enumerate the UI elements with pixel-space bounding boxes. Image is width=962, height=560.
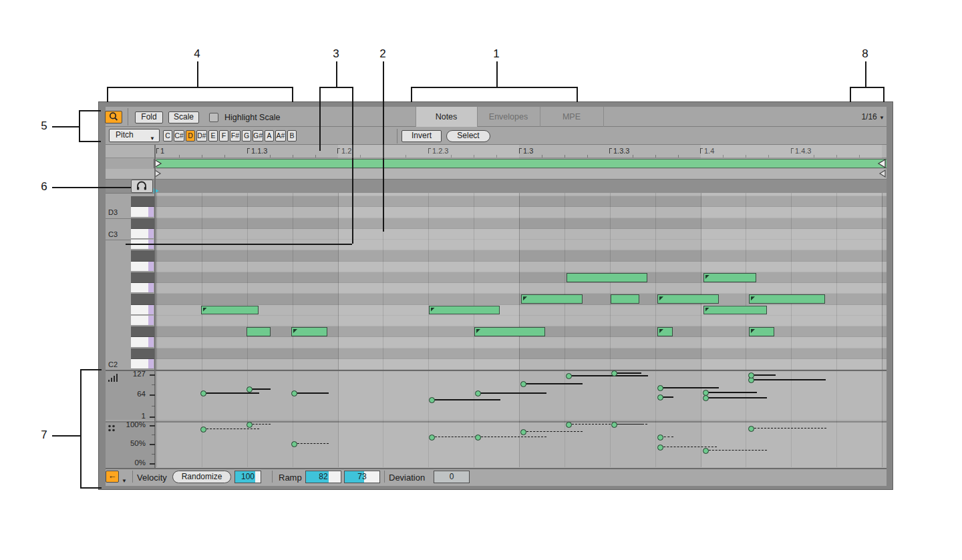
highlight-scale-checkbox[interactable] — [209, 113, 218, 122]
note-filter-d[interactable]: D — [186, 130, 195, 142]
velocity-stem[interactable] — [203, 392, 259, 394]
probability-stem[interactable] — [751, 428, 826, 429]
select-button[interactable]: Select — [446, 130, 490, 142]
midi-note[interactable] — [201, 306, 259, 315]
piano-key-D2[interactable] — [131, 337, 154, 347]
probability-marker[interactable] — [291, 441, 297, 447]
piano-key-Cs2[interactable] — [131, 348, 155, 359]
piano-key-D3[interactable] — [131, 207, 154, 217]
probability-marker[interactable] — [703, 448, 709, 454]
scale-button[interactable]: Scale — [168, 111, 199, 123]
invert-button[interactable]: Invert — [402, 130, 442, 142]
velocity-stem[interactable] — [294, 392, 329, 394]
probability-stem[interactable] — [203, 429, 259, 429]
midi-note[interactable] — [703, 273, 756, 282]
midi-note[interactable] — [749, 294, 825, 304]
randomize-button[interactable]: Randomize — [172, 471, 231, 483]
velocity-marker[interactable] — [657, 385, 663, 391]
ramp-end-field[interactable]: 73 — [344, 471, 380, 483]
note-filter-gs[interactable]: G# — [253, 130, 263, 142]
randomize-amount-field[interactable]: 100 — [234, 471, 261, 483]
tab-notes[interactable]: Notes — [416, 107, 477, 127]
piano-key-A2[interactable] — [131, 262, 154, 272]
probability-marker[interactable] — [566, 422, 572, 428]
midi-note[interactable] — [567, 273, 647, 282]
piano-key-Ds3[interactable] — [131, 196, 155, 207]
piano-key-Ds2[interactable] — [131, 326, 155, 337]
velocity-stem[interactable] — [751, 379, 826, 380]
midi-note[interactable] — [521, 294, 583, 304]
velocity-stem[interactable] — [569, 375, 648, 376]
velocity-stem[interactable] — [751, 374, 776, 376]
midi-note[interactable] — [657, 327, 673, 336]
note-filter-c[interactable]: C — [163, 130, 172, 142]
velocity-marker[interactable] — [247, 386, 253, 392]
note-filter-ds[interactable]: D# — [196, 130, 207, 142]
midi-note[interactable] — [749, 327, 774, 336]
probability-stem[interactable] — [614, 424, 643, 425]
scrub-end-marker[interactable] — [878, 170, 887, 178]
probability-marker[interactable] — [657, 435, 663, 441]
velocity-marker[interactable] — [200, 390, 206, 396]
scrub-area[interactable] — [106, 169, 887, 179]
velocity-stem[interactable] — [249, 388, 271, 390]
note-filter-as[interactable]: A# — [275, 130, 286, 142]
piano-key-E2[interactable] — [131, 316, 154, 326]
probability-marker[interactable] — [200, 427, 206, 433]
note-filter-g[interactable]: G — [242, 130, 251, 142]
velocity-marker[interactable] — [611, 370, 617, 376]
loop-end-marker[interactable] — [877, 159, 887, 168]
velocity-marker[interactable] — [429, 397, 435, 403]
piano-key-C3[interactable] — [131, 229, 154, 239]
deviation-field[interactable]: 0 — [434, 471, 470, 483]
piano-key-F2[interactable] — [131, 305, 154, 315]
piano-key-Fs2[interactable] — [131, 294, 155, 304]
velocity-stem[interactable] — [705, 397, 767, 398]
velocity-marker[interactable] — [657, 394, 663, 400]
velocity-marker[interactable] — [703, 395, 709, 401]
velocity-stem[interactable] — [432, 399, 500, 400]
velocity-marker[interactable] — [566, 373, 572, 379]
probability-marker[interactable] — [748, 426, 754, 432]
ramp-start-field[interactable]: 82 — [305, 471, 341, 483]
probability-stem[interactable] — [705, 450, 767, 451]
velocity-marker[interactable] — [475, 390, 481, 396]
note-filter-f[interactable]: F — [219, 130, 228, 142]
lane-fold-button[interactable]: ← — [106, 471, 119, 483]
velocity-stem[interactable] — [660, 387, 719, 388]
piano-key-Cs3[interactable] — [131, 218, 155, 229]
midi-note[interactable] — [429, 306, 500, 315]
midi-note[interactable] — [291, 327, 327, 336]
pitch-selector-dropdown[interactable]: Pitch ▼ — [109, 129, 160, 142]
probability-marker[interactable] — [657, 445, 663, 451]
note-filter-cs[interactable]: C# — [174, 130, 184, 142]
probability-marker[interactable] — [611, 422, 617, 428]
midi-note[interactable] — [703, 306, 767, 315]
midi-note[interactable] — [611, 294, 639, 304]
probability-marker[interactable] — [520, 429, 526, 435]
piano-key-As2[interactable] — [131, 250, 155, 261]
midi-note[interactable] — [474, 327, 545, 336]
velocity-stem[interactable] — [523, 383, 583, 384]
velocity-marker[interactable] — [748, 372, 754, 378]
velocity-marker[interactable] — [291, 390, 297, 396]
probability-stem[interactable] — [478, 437, 546, 437]
probability-marker[interactable] — [475, 435, 481, 441]
probability-stem[interactable] — [294, 443, 329, 444]
lane-add-dropdown[interactable]: ▼ — [122, 473, 127, 485]
velocity-marker[interactable] — [520, 381, 526, 387]
tab-mpe[interactable]: MPE — [540, 107, 603, 127]
loop-bar[interactable] — [156, 159, 887, 168]
midi-note[interactable] — [247, 327, 271, 336]
piano-key-B2[interactable] — [131, 240, 154, 250]
tab-envelopes[interactable]: Envelopes — [477, 107, 540, 127]
probability-stem[interactable] — [660, 447, 717, 447]
velocity-stem[interactable] — [705, 392, 757, 393]
piano-key-C2[interactable] — [131, 359, 154, 369]
note-filter-e[interactable]: E — [208, 130, 218, 142]
probability-marker[interactable] — [429, 435, 435, 441]
velocity-stem[interactable] — [614, 372, 641, 374]
zoom-mode-button[interactable] — [105, 111, 122, 123]
fold-button[interactable]: Fold — [135, 111, 163, 123]
midi-note[interactable] — [657, 294, 719, 304]
